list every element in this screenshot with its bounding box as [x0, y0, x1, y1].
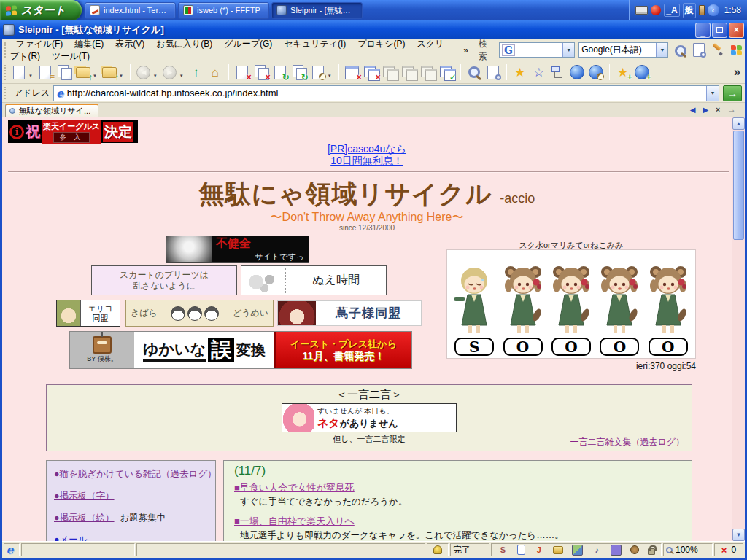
sidebar-link[interactable]: ●掲示板（絵） [54, 513, 115, 523]
error-count-segment[interactable]: ×0 [714, 543, 743, 556]
dropdown-arrow-icon[interactable]: ▼ [179, 74, 184, 78]
taskbar-task[interactable]: Sleipnir - [無駄な領... [271, 2, 363, 19]
stop-document-icon[interactable]: × [233, 63, 251, 81]
scroll-up-icon[interactable]: ▲ [732, 117, 745, 130]
rakuten-eagles-ad-banner[interactable]: i 祝 楽天イーグルス 参 入 決定 [8, 120, 138, 143]
gohenkan-book-banner[interactable]: BY 僕株。 ゆかいな 誤 変換 イースト・プレス社から 11月、書籍発売！ [69, 331, 412, 369]
sound-status-icon[interactable]: ♪ [592, 545, 603, 556]
security-lock-status-icon[interactable] [648, 548, 655, 555]
dropdown-arrow-icon[interactable]: ▼ [153, 74, 158, 78]
scrollbar-thumb[interactable] [733, 131, 744, 240]
menubar-item[interactable]: 表示(V) [109, 36, 150, 52]
favorites-tree-icon[interactable] [549, 63, 567, 81]
menubar-item[interactable]: プロキシ(P) [352, 36, 411, 52]
duplicate-document-icon[interactable] [55, 63, 73, 81]
tab-go-icon[interactable]: → [727, 104, 736, 114]
online-history-icon[interactable] [568, 63, 586, 81]
tab-mudana-ryouiki[interactable]: 無駄な領域リサイ... [5, 104, 98, 117]
clipboard-document-icon[interactable]: ≡ [36, 63, 54, 81]
addressbar-grip[interactable] [4, 87, 7, 100]
cookie-status-icon[interactable] [630, 545, 639, 554]
fukenzen-banner[interactable]: 不健全 サイトですっ [166, 236, 309, 262]
zoom-segment[interactable]: 100% [663, 543, 713, 556]
toolbar-grip[interactable] [4, 65, 7, 80]
start-button[interactable]: スタート [0, 0, 82, 20]
menubar-item[interactable]: お気に入り(B) [150, 36, 218, 52]
minimize-button[interactable]: _ [695, 23, 711, 38]
tray-collapse-icon[interactable]: ‹ [708, 4, 719, 16]
neta-banner[interactable]: すいませんが 本日も、 ネタがありません [282, 403, 457, 432]
mail-status-icon[interactable] [553, 546, 563, 554]
java-status-icon[interactable]: J [533, 545, 544, 556]
add-favorite-icon[interactable]: ★+ [614, 63, 632, 81]
go-button[interactable]: → [723, 85, 742, 101]
open-file-icon[interactable]: ↑ [74, 63, 92, 81]
dropdown-arrow-icon[interactable]: ▼ [328, 74, 332, 78]
search-dropdown-icon[interactable]: ▼ [562, 43, 574, 57]
engine-dropdown-icon[interactable]: ▼ [656, 43, 667, 57]
sidebar-link[interactable]: ●掲示板（字） [54, 491, 115, 501]
scroll-down-icon[interactable]: ▼ [732, 529, 745, 541]
kibara-banner[interactable]: きばら どうめい [125, 300, 274, 327]
document-status-icon[interactable] [517, 545, 525, 555]
sidebar-link[interactable]: ●猫を脱ぎかけている雑記（過去ログ） [54, 469, 217, 479]
stop-all-documents-icon[interactable]: × [252, 63, 270, 81]
home-icon[interactable]: ⌂ [206, 63, 224, 81]
open-folder-icon[interactable]: ↑ [101, 63, 118, 81]
dropdown-arrow-icon[interactable]: ▼ [28, 74, 33, 78]
search-icon[interactable] [465, 63, 483, 81]
refresh-all-documents-icon[interactable]: ↻ [290, 63, 308, 81]
menubar-item[interactable]: グループ(G) [218, 36, 278, 52]
refresh-document-icon[interactable]: ↻ [271, 63, 289, 81]
taskbar-task[interactable]: index.html - TeraPad [85, 2, 176, 19]
pleats-banner[interactable]: スカートのプリーツは 乱さないように [91, 265, 237, 295]
history-document-icon[interactable] [309, 63, 327, 81]
nue-banner[interactable]: ぬえ時間 [241, 265, 387, 295]
close-window-icon[interactable]: × [344, 63, 361, 81]
tsutako-alliance-banner[interactable]: 蔦子様同盟 [277, 300, 422, 326]
menubar-item[interactable]: セキュリティ(I) [278, 36, 352, 52]
address-dropdown-icon[interactable]: ▼ [706, 86, 719, 101]
ime-input-mode[interactable]: _A [664, 4, 679, 17]
search-engine-select[interactable]: Google(日本語) ▼ [578, 42, 668, 58]
offline-history-icon[interactable] [587, 63, 605, 81]
ime-ball-icon[interactable] [651, 5, 661, 15]
search-go-icon[interactable] [672, 42, 687, 58]
tab-scroll-left-icon[interactable]: ◀ [690, 106, 696, 114]
eriko-alliance-banner[interactable]: エリコ 同盟 [56, 300, 120, 327]
go-up-icon[interactable]: ↑ [187, 63, 205, 81]
ime-conversion-mode[interactable]: 般 [683, 3, 696, 18]
favorites-icon[interactable]: ★ [511, 63, 529, 81]
news-headline-link[interactable]: ■早食い大会で女性が窒息死 [234, 482, 355, 493]
new-document-icon[interactable] [10, 63, 28, 81]
pr-link-1[interactable]: [PR]casco4uなら [2, 143, 732, 155]
sleipnir-app-icon[interactable] [3, 24, 15, 36]
menubar-overflow-button[interactable]: » [463, 45, 468, 55]
news-headline-link[interactable]: ■一場、自由枠で楽天入りへ [234, 516, 355, 526]
dropdown-arrow-icon[interactable]: ▼ [119, 74, 123, 78]
tab-scroll-right-icon[interactable]: ▶ [703, 106, 708, 114]
script-status-icon[interactable]: S [498, 545, 508, 556]
menubar-grip[interactable] [4, 42, 7, 57]
sidebar-link[interactable]: ●メール [54, 534, 88, 541]
restore-button[interactable] [712, 23, 727, 38]
taskbar-task[interactable]: isweb (*) - FFFTP [178, 2, 269, 19]
highlight-results-icon[interactable] [692, 42, 707, 58]
highlighter-pen-icon[interactable] [711, 43, 724, 58]
close-all-windows-icon[interactable]: × [363, 63, 380, 81]
vertical-scrollbar[interactable]: ▲ ▼ [732, 117, 745, 541]
dropdown-arrow-icon[interactable]: ▼ [93, 74, 97, 78]
close-checked-windows-icon[interactable]: ✓ [438, 63, 456, 81]
address-input[interactable]: e http://charcoal-wildcat.hp.infoseek.co… [53, 85, 719, 101]
ime-tools-icon[interactable] [699, 5, 705, 15]
favorites-groups-icon[interactable]: ☆ [530, 63, 548, 81]
close-button[interactable]: × [729, 23, 744, 38]
keyboard-icon[interactable] [635, 6, 648, 15]
add-group-icon[interactable]: + [633, 63, 651, 81]
hitokoto-log-link[interactable]: 一言二言雑文集（過去ログ） [570, 436, 684, 448]
tab-close-icon[interactable]: × [716, 106, 720, 114]
movie-status-icon[interactable] [611, 545, 622, 556]
pr-link-2[interactable]: 10日間無利息！ [2, 155, 732, 166]
toolbar-overflow-button[interactable]: » [734, 66, 740, 79]
image-status-icon[interactable] [572, 545, 583, 556]
